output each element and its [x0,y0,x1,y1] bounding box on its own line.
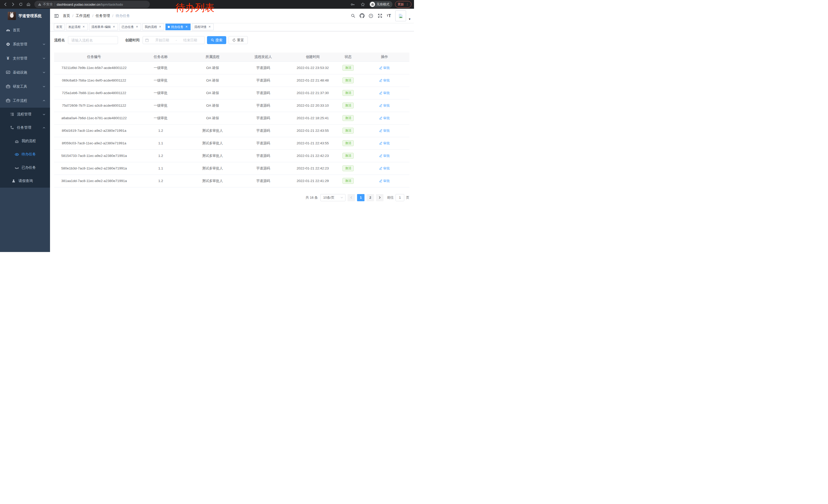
site-security-indicator[interactable]: 不安全 [38,2,53,7]
reset-button[interactable]: 重置 [229,36,248,44]
browser-update-button[interactable]: 更新 ⋮ [395,1,411,8]
task-id-cell: 8f059c03-7ac8-11ec-a9e2-a2380e71991a [54,137,134,149]
sidebar-item-todo-tasks[interactable]: 待办任务 [0,148,50,161]
created-cell: 2022-01-22 21:37:30 [289,87,337,99]
tab-my-process[interactable]: 我的流程✕ [142,24,164,30]
active-dot [168,26,170,28]
breadcrumb-task-management[interactable]: 任务管理 [96,13,110,18]
starter-cell: 芋道源码 [238,61,289,74]
close-icon[interactable]: ✕ [208,25,211,29]
approve-button[interactable]: 审批 [379,141,390,146]
fullscreen-icon[interactable] [376,11,383,21]
avatar-caret-icon[interactable]: ▼ [408,18,411,20]
sidebar-item-my-process[interactable]: 我的流程 [0,134,50,148]
close-icon[interactable]: ✕ [185,25,188,29]
starter-cell: 芋道源码 [238,149,289,162]
tab-home[interactable]: 首页 [54,24,65,30]
approve-button[interactable]: 审批 [379,116,390,121]
approve-button[interactable]: 审批 [379,153,390,158]
chevron-up-icon [43,99,45,102]
search-button[interactable]: 搜索 [207,36,226,44]
help-icon[interactable]: ? [367,11,374,21]
close-icon[interactable]: ✕ [135,25,139,29]
logo-avatar [8,12,16,20]
tab-start-process[interactable]: 发起流程✕ [66,24,88,30]
starter-cell: 芋道源码 [238,99,289,112]
approve-button[interactable]: 审批 [379,78,390,83]
pagination: 共 16 条 10条/页 1 2 前往 页 [54,194,409,201]
breadcrumb: 首页 / 工作流程 / 任务管理 / 待办任务 [63,13,130,18]
app-logo[interactable]: 芋道管理系统 [0,9,50,23]
tab-done-tasks[interactable]: 已办任务✕ [119,24,141,30]
sidebar-toggle-icon[interactable] [50,13,63,18]
approve-button[interactable]: 审批 [379,179,390,183]
end-date-placeholder[interactable]: 结束日期 [178,38,202,43]
browser-reload-icon[interactable] [17,1,25,8]
goto-page-input[interactable] [396,194,404,201]
sidebar-item-payment[interactable]: ¥ 支付管理 [0,51,50,65]
address-bar[interactable]: 不安全 dashboard.yudao.iocoder.cn/bpm/task/… [34,1,150,8]
process-cell: OA 请假 [187,99,238,112]
task-id-cell: 73211d9d-7b9b-11ec-b5b7-acde48001122 [54,61,134,74]
close-icon[interactable]: ✕ [158,25,162,29]
url-text[interactable]: dashboard.yudao.iocoder.cn/bpm/task/todo [57,3,123,6]
tab-form-edit[interactable]: 流程表单-编辑✕ [89,24,118,30]
sidebar-item-infrastructure[interactable]: 基础设施 [0,65,50,80]
date-range-picker[interactable]: 开始日期 - 结束日期 [142,36,205,44]
approve-button[interactable]: 审批 [379,129,390,133]
table-header-row: 任务编号 任务名称 所属流程 流程发起人 创建时间 状态 操作 [54,53,409,61]
sidebar-item-system[interactable]: 系统管理 [0,37,50,51]
sidebar-item-dev-tools[interactable]: 研发工具 [0,80,50,94]
password-key-icon[interactable] [348,1,356,8]
browser-back-icon[interactable] [2,1,9,8]
sidebar-item-home[interactable]: 首页 [0,23,50,37]
prev-page-button[interactable] [347,194,355,201]
font-size-icon[interactable]: TT [385,11,392,21]
edit-icon [379,104,382,107]
navbar: 首页 / 工作流程 / 任务管理 / 待办任务 ? [50,9,414,23]
sidebar-item-task-management[interactable]: 任务管理 [0,121,50,134]
task-name-cell: 1.2 [134,149,187,162]
sidebar-item-process-management[interactable]: 流程管理 [0,108,50,121]
approve-button[interactable]: 审批 [379,65,390,70]
start-date-placeholder[interactable]: 开始日期 [150,38,174,43]
approve-button[interactable]: 审批 [379,166,390,171]
page-size-select[interactable]: 10条/页 [320,194,345,201]
user-icon [11,179,16,183]
browser-forward-icon[interactable] [9,1,17,8]
close-icon[interactable]: ✕ [112,25,116,29]
task-id-cell: 725a1eb6-7b88-11ec-8ef0-acde48001122 [54,87,134,99]
process-cell: OA 请假 [187,61,238,74]
next-page-button[interactable] [376,194,383,201]
sidebar-item-done-tasks[interactable]: 已办任务 [0,161,50,174]
incognito-chip: 无痕模式 [369,1,392,8]
breadcrumb-workflow[interactable]: 工作流程 [76,13,90,18]
list-tree-icon [10,112,14,117]
breadcrumb-home[interactable]: 首页 [63,13,70,18]
sidebar-item-leave-query[interactable]: 请假查询 [0,174,50,188]
process-cell: 测试多审批人 [187,149,238,162]
tab-process-detail[interactable]: 流程详情✕ [192,24,214,30]
task-name-cell: 1.2 [134,124,187,137]
task-name-cell: 一级审批 [134,74,187,87]
sidebar-item-workflow[interactable]: 工作流程 [0,94,50,108]
page-button-1[interactable]: 1 [357,194,365,201]
search-icon[interactable] [349,11,357,21]
close-icon[interactable]: ✕ [82,25,85,29]
page-button-2[interactable]: 2 [367,194,374,201]
status-badge: 激活 [342,102,354,109]
avatar[interactable] [395,10,406,21]
col-status: 状态 [337,53,360,61]
approve-button[interactable]: 审批 [379,91,390,95]
browser-home-icon[interactable] [25,1,32,8]
process-cell: OA 请假 [187,112,238,124]
approve-button[interactable]: 审批 [379,103,390,108]
tab-todo-tasks[interactable]: 待办任务✕ [165,24,191,30]
warning-icon [38,3,41,6]
browser-menu-icon: ⋮ [406,3,409,6]
chevron-down-icon [340,196,343,199]
created-cell: 2022-01-22 23:53:32 [289,61,337,74]
bookmark-star-icon[interactable] [359,1,367,8]
github-icon[interactable] [358,11,366,21]
process-name-input[interactable] [68,36,118,44]
